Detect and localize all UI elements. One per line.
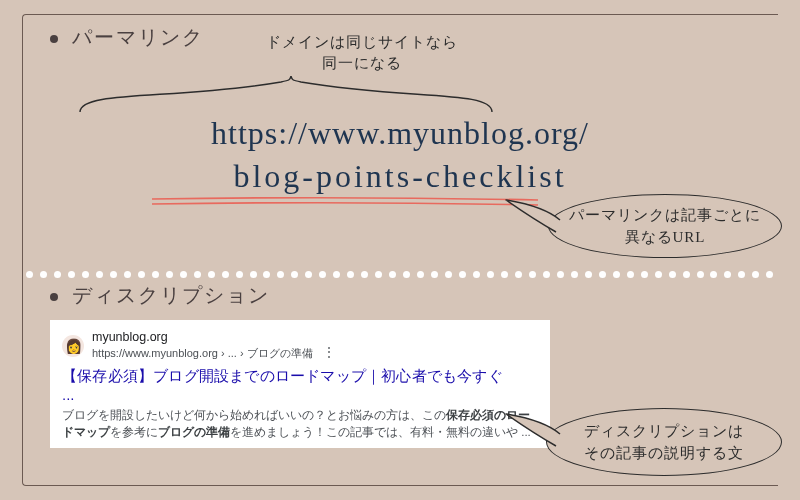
dot-icon [710, 271, 717, 278]
dot-icon [54, 271, 61, 278]
dot-icon [627, 271, 634, 278]
dot-icon [263, 271, 270, 278]
url-slug-text: blog-points-checklist [233, 158, 566, 194]
heading-description: ディスクリプション [50, 282, 270, 309]
favicon-emoji: 👩 [65, 338, 82, 354]
dot-icon [222, 271, 229, 278]
dot-icon [585, 271, 592, 278]
heading-permalink-text: パーマリンク [72, 26, 204, 48]
speech-bubble-description: ディスクリプションは その記事の説明する文 [546, 408, 782, 476]
serp-title-ellipsis: ... [62, 386, 538, 403]
bubble-description-line2: その記事の説明する文 [584, 442, 744, 465]
kebab-menu-icon[interactable]: ⋮ [322, 344, 336, 360]
serp-card: 👩 myunblog.org https://www.myunblog.org … [50, 320, 550, 448]
underline-icon [150, 196, 540, 206]
heading-description-text: ディスクリプション [72, 284, 270, 306]
dot-icon [515, 271, 522, 278]
dot-icon [557, 271, 564, 278]
dot-icon [459, 271, 466, 278]
dot-icon [403, 271, 410, 278]
divider-dots [26, 270, 774, 278]
serp-desc-part2: を参考に [110, 426, 158, 438]
dot-icon [375, 271, 382, 278]
dot-icon [613, 271, 620, 278]
dot-icon [40, 271, 47, 278]
bubble-permalink-line2: 異なるURL [625, 226, 706, 249]
dot-icon [236, 271, 243, 278]
dot-icon [250, 271, 257, 278]
serp-desc-bold2: ブログの準備 [158, 426, 230, 438]
bullet-icon [50, 293, 58, 301]
dot-icon [599, 271, 606, 278]
dot-icon [738, 271, 745, 278]
serp-desc-part3: を進めましょう！この記事では、有料・無料の違いや ... [230, 426, 531, 438]
dot-icon [571, 271, 578, 278]
dot-icon [445, 271, 452, 278]
domain-annotation: ドメインは同じサイトなら 同一になる [232, 32, 492, 74]
dot-icon [347, 271, 354, 278]
dot-icon [333, 271, 340, 278]
dot-icon [305, 271, 312, 278]
dot-icon [683, 271, 690, 278]
speech-bubble-permalink: パーマリンクは記事ごとに 異なるURL [548, 194, 782, 258]
domain-annotation-line2: 同一になる [232, 53, 492, 74]
bubble-description-line1: ディスクリプションは [584, 420, 744, 443]
heading-permalink: パーマリンク [50, 24, 204, 51]
dot-icon [529, 271, 536, 278]
dot-icon [655, 271, 662, 278]
url-display: https://www.myunblog.org/ blog-points-ch… [0, 112, 800, 198]
dot-icon [319, 271, 326, 278]
dot-icon [166, 271, 173, 278]
dot-icon [277, 271, 284, 278]
dot-icon [752, 271, 759, 278]
dot-icon [669, 271, 676, 278]
serp-desc-part1: ブログを開設したいけど何から始めればいいの？とお悩みの方は、この [62, 409, 446, 421]
dot-icon [124, 271, 131, 278]
brace-icon [76, 76, 496, 114]
dot-icon [473, 271, 480, 278]
serp-title[interactable]: 【保存必須】ブログ開設までのロードマップ｜初心者でも今すぐ [62, 367, 538, 386]
dot-icon [697, 271, 704, 278]
dot-icon [389, 271, 396, 278]
bubble-tail-icon [502, 196, 562, 240]
bubble-tail-icon [502, 410, 562, 454]
dot-icon [431, 271, 438, 278]
dot-icon [543, 271, 550, 278]
dot-icon [501, 271, 508, 278]
serp-site-name: myunblog.org [92, 330, 336, 344]
bullet-icon [50, 35, 58, 43]
dot-icon [208, 271, 215, 278]
dot-icon [110, 271, 117, 278]
url-domain-text: https://www.myunblog.org/ [211, 115, 589, 151]
serp-description: ブログを開設したいけど何から始めればいいの？とお悩みの方は、この保存必須のロード… [62, 407, 538, 440]
dot-icon [26, 271, 33, 278]
dot-icon [361, 271, 368, 278]
favicon-icon: 👩 [62, 335, 84, 357]
domain-annotation-line1: ドメインは同じサイトなら [232, 32, 492, 53]
dot-icon [291, 271, 298, 278]
serp-breadcrumb: https://www.myunblog.org › ... › ブログの準備 [92, 347, 313, 359]
serp-header: 👩 myunblog.org https://www.myunblog.org … [62, 330, 538, 361]
dot-icon [96, 271, 103, 278]
dot-icon [180, 271, 187, 278]
dot-icon [487, 271, 494, 278]
dot-icon [68, 271, 75, 278]
bubble-permalink-line1: パーマリンクは記事ごとに [569, 204, 761, 227]
dot-icon [766, 271, 773, 278]
dot-icon [194, 271, 201, 278]
dot-icon [641, 271, 648, 278]
dot-icon [417, 271, 424, 278]
dot-icon [138, 271, 145, 278]
dot-icon [152, 271, 159, 278]
dot-icon [82, 271, 89, 278]
dot-icon [724, 271, 731, 278]
